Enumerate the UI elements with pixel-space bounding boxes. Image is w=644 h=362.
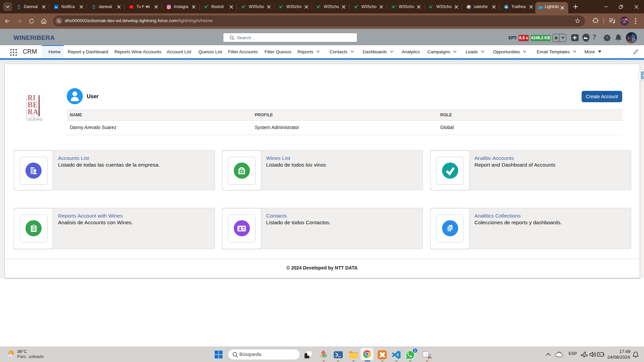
svg-text:3: 3 — [207, 5, 208, 6]
svg-text:in: in — [55, 5, 57, 8]
svg-text:3: 3 — [320, 5, 321, 6]
svg-text:3: 3 — [394, 5, 395, 6]
svg-text:3: 3 — [245, 5, 246, 6]
svg-text:3: 3 — [282, 5, 283, 6]
svg-text:3: 3 — [432, 5, 433, 6]
svg-text:3: 3 — [357, 5, 358, 6]
